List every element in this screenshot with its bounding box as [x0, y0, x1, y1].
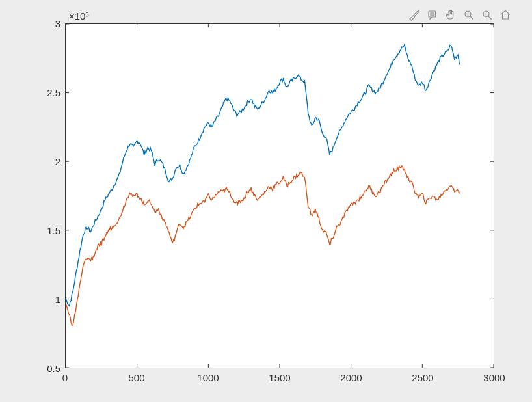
plot-canvas [66, 24, 494, 368]
x-tick: 2500 [412, 372, 433, 383]
brush-icon[interactable] [407, 8, 421, 22]
svg-line-8 [488, 16, 492, 20]
svg-line-4 [470, 16, 473, 20]
figure-window: ×10⁵ 3 2.5 2 1.5 1 0.5 0 500 1000 1500 2… [0, 0, 532, 402]
pan-icon[interactable] [444, 8, 458, 22]
y-tick: 1 [8, 294, 60, 305]
y-tick: 2 [8, 156, 60, 167]
datatip-icon[interactable] [425, 8, 440, 22]
line-series-1 [66, 44, 459, 306]
y-tick: 1.5 [8, 225, 60, 236]
axes-toolbar [407, 8, 512, 22]
home-icon[interactable] [498, 8, 512, 22]
zoom-in-icon[interactable] [462, 8, 476, 22]
axes-area[interactable] [65, 23, 494, 368]
zoom-out-icon[interactable] [480, 8, 494, 22]
x-tick: 500 [128, 372, 144, 383]
x-tick: 2000 [340, 372, 362, 383]
y-tick: 0.5 [8, 363, 60, 374]
svg-rect-0 [429, 11, 436, 17]
line-series-2 [66, 166, 459, 325]
y-axis-exponent: ×10⁵ [69, 10, 89, 22]
y-tick: 3 [8, 18, 60, 29]
x-tick: 1000 [197, 372, 219, 383]
x-tick: 3000 [483, 372, 505, 383]
y-tick: 2.5 [8, 87, 60, 98]
x-tick: 1500 [269, 372, 290, 383]
x-tick: 0 [62, 372, 68, 383]
